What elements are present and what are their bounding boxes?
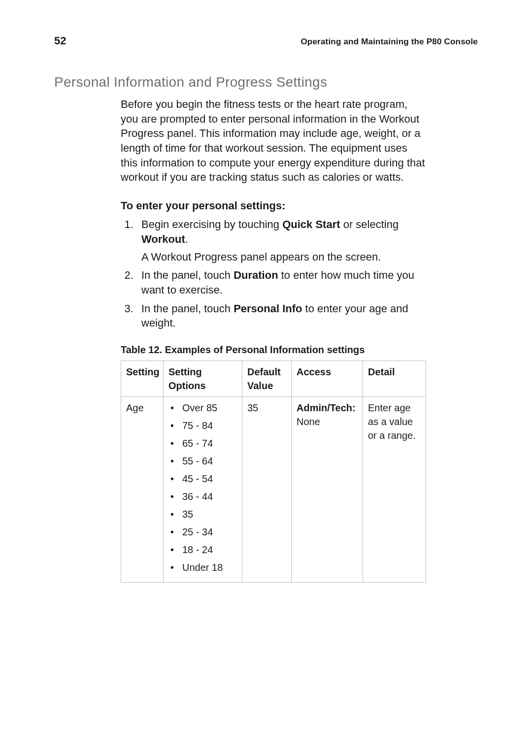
step-2-bold-duration: Duration [233, 269, 278, 281]
cell-setting: Age [121, 396, 164, 582]
step-2-text-pre: In the panel, touch [141, 269, 233, 281]
running-head: 52 Operating and Maintaining the P80 Con… [54, 34, 478, 47]
settings-table: Setting Setting Options Default Value Ac… [121, 361, 426, 583]
step-2: In the panel, touch Duration to enter ho… [136, 268, 426, 297]
table-header-row: Setting Setting Options Default Value Ac… [121, 361, 426, 396]
cell-access: Admin/Tech: None [292, 396, 363, 582]
step-1-bold-workout: Workout [141, 233, 185, 245]
cell-default-value: 35 [242, 396, 292, 582]
list-item: 18 - 24 [168, 543, 237, 557]
list-item: 55 - 64 [168, 454, 237, 468]
col-default-value: Default Value [242, 361, 292, 396]
step-3-bold-personalinfo: Personal Info [233, 302, 302, 315]
step-1-text-post: . [185, 233, 188, 245]
list-item: 45 - 54 [168, 472, 237, 486]
cell-detail: Enter age as a value or a range. [363, 396, 426, 582]
list-item: 35 [168, 507, 237, 521]
table-caption-prefix: Table 12. [121, 344, 165, 355]
section-title: Personal Information and Progress Settin… [54, 74, 478, 90]
table-caption-title: Examples of Personal Information setting… [165, 344, 365, 355]
procedure-subhead: To enter your personal settings: [121, 199, 426, 212]
step-3: In the panel, touch Personal Info to ent… [136, 301, 426, 330]
table-row: Age Over 85 75 - 84 65 - 74 55 - 64 45 -… [121, 396, 426, 582]
col-setting-options: Setting Options [164, 361, 242, 396]
procedure-steps: Begin exercising by touching Quick Start… [121, 217, 426, 330]
step-1-sub: A Workout Progress panel appears on the … [141, 250, 426, 264]
access-value: None [297, 416, 320, 427]
body-block: Before you begin the fitness tests or th… [121, 97, 426, 583]
step-1-text-mid: or selecting [340, 218, 399, 230]
col-detail: Detail [363, 361, 426, 396]
cell-setting-options: Over 85 75 - 84 65 - 74 55 - 64 45 - 54 … [164, 396, 242, 582]
options-list: Over 85 75 - 84 65 - 74 55 - 64 45 - 54 … [168, 401, 237, 574]
list-item: 25 - 34 [168, 525, 237, 539]
page: 52 Operating and Maintaining the P80 Con… [0, 0, 532, 756]
page-number: 52 [54, 34, 66, 47]
col-setting: Setting [121, 361, 164, 396]
intro-paragraph: Before you begin the fitness tests or th… [121, 97, 426, 185]
col-access: Access [292, 361, 363, 396]
list-item: Under 18 [168, 560, 237, 574]
list-item: 65 - 74 [168, 436, 237, 450]
table-caption: Table 12. Examples of Personal Informati… [121, 344, 426, 356]
list-item: 75 - 84 [168, 419, 237, 432]
step-1-bold-quickstart: Quick Start [282, 218, 340, 230]
list-item: Over 85 [168, 401, 237, 415]
step-1-text-pre: Begin exercising by touching [141, 218, 282, 230]
step-3-text-pre: In the panel, touch [141, 302, 233, 315]
list-item: 36 - 44 [168, 490, 237, 503]
step-1: Begin exercising by touching Quick Start… [136, 217, 426, 264]
access-label: Admin/Tech: [297, 402, 356, 413]
running-title: Operating and Maintaining the P80 Consol… [300, 37, 478, 47]
